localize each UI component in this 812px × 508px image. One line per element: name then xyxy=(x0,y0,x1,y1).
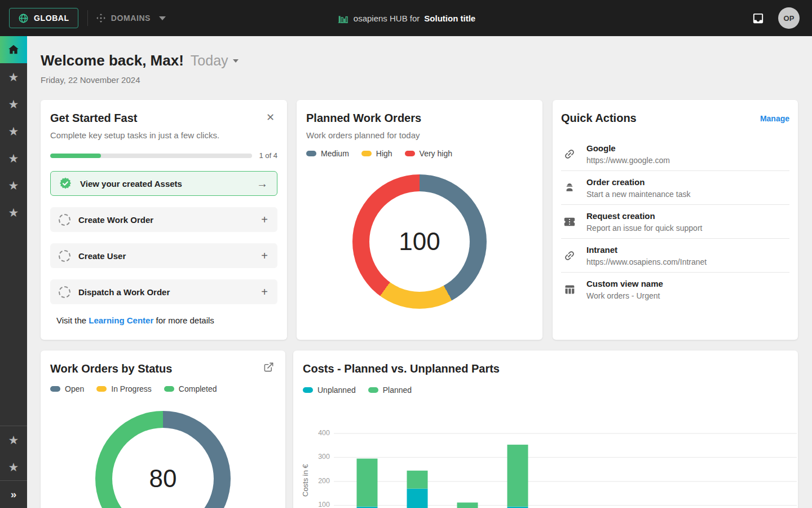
donut-total: 100 xyxy=(352,174,487,309)
legend-swatch xyxy=(361,151,372,156)
legend-label: Medium xyxy=(321,149,349,158)
quick-action-name: Order creation xyxy=(586,177,690,187)
engineer-icon xyxy=(563,182,576,194)
y-tick-label: 200 xyxy=(302,477,330,485)
period-selector[interactable]: Today xyxy=(191,52,239,69)
work-orders-status-donut-chart: 80 xyxy=(95,411,231,508)
check-badge-icon xyxy=(59,177,72,190)
bar-segment-planned xyxy=(508,445,528,507)
setup-task-pending[interactable]: Create Work Order+ xyxy=(50,207,277,232)
plus-icon: + xyxy=(261,213,268,226)
sidebar-item-favorite[interactable]: ★ xyxy=(0,63,27,90)
user-avatar[interactable]: OP xyxy=(778,7,800,29)
legend-item-planned: Planned xyxy=(368,386,412,395)
quick-action-item[interactable]: Intranethttps://www.osapiens.com/Intrane… xyxy=(561,239,789,273)
bar-segment-planned xyxy=(407,471,428,489)
chevron-double-right-icon: » xyxy=(11,488,17,501)
globe-icon xyxy=(18,13,29,24)
link-icon xyxy=(563,148,576,160)
legend-label: High xyxy=(376,149,392,158)
sidebar-item-favorite[interactable]: ★ xyxy=(0,144,27,172)
progress-fill xyxy=(50,154,101,158)
legend-item-completed: Completed xyxy=(164,384,217,393)
quick-action-item[interactable]: Googlehttps://www.google.com xyxy=(561,137,789,171)
quick-action-description: Report an issue for quick support xyxy=(586,224,702,233)
chart-legend: Unplanned Planned xyxy=(303,386,788,395)
sidebar-item-home[interactable] xyxy=(0,36,27,63)
setup-task-pending[interactable]: Dispatch a Work Order+ xyxy=(50,279,277,304)
sidebar-item-favorite[interactable]: ★ xyxy=(0,199,27,226)
learning-center-note: Visit the Learning Center for more detai… xyxy=(50,316,277,325)
card-subtitle: Work orders planned for today xyxy=(306,130,533,140)
sidebar-item-favorite[interactable]: ★ xyxy=(0,172,27,199)
legend-swatch xyxy=(96,386,107,392)
plus-icon: + xyxy=(261,286,268,299)
setup-task-completed[interactable]: View your created Assets→ xyxy=(50,171,277,196)
link-icon xyxy=(563,249,576,262)
quick-action-item[interactable]: Request creationReport an issue for quic… xyxy=(561,205,789,239)
note-prefix: Visit the xyxy=(56,316,89,325)
manage-link[interactable]: Manage xyxy=(760,114,789,123)
y-tick-label: 300 xyxy=(302,453,330,461)
global-scope-button[interactable]: GLOBAL xyxy=(9,8,78,28)
legend-label: Planned xyxy=(383,386,412,395)
sidebar-item-favorite[interactable]: ★ xyxy=(0,117,27,144)
y-axis-label: Costs in € xyxy=(301,435,310,508)
close-icon[interactable]: ✕ xyxy=(266,112,275,122)
task-label: Create User xyxy=(78,251,261,261)
task-label: Dispatch a Work Order xyxy=(78,287,261,297)
plus-icon: + xyxy=(261,249,268,262)
learning-center-link[interactable]: Learning Center xyxy=(89,316,153,325)
legend-item-very-high: Very high xyxy=(405,149,452,158)
domains-menu-button[interactable]: DOMAINS xyxy=(96,13,166,23)
welcome-header: Welcome back, Max! Today Friday, 22 Nove… xyxy=(41,52,239,85)
y-tick-label: 100 xyxy=(302,501,330,508)
card-title: Costs - Planned vs. Unplanned Parts xyxy=(303,362,788,375)
star-icon: ★ xyxy=(8,71,19,83)
sidebar-expand-button[interactable]: » xyxy=(0,481,27,508)
get-started-card: Get Started Fast ✕ Complete key setup ta… xyxy=(41,100,287,340)
chart-legend: Medium High Very high xyxy=(306,149,533,158)
costs-bar-chart xyxy=(334,430,797,508)
card-title: Work Orders by Status xyxy=(50,362,276,375)
star-icon: ★ xyxy=(8,152,19,164)
top-bar: GLOBAL DOMAINS osapiens HUB for Solution… xyxy=(0,0,812,36)
card-title: Get Started Fast xyxy=(50,112,277,125)
setup-task-list: View your created Assets→Create Work Ord… xyxy=(50,171,277,304)
progress-bar xyxy=(50,154,252,158)
pending-circle-icon xyxy=(59,250,70,262)
inbox-button[interactable] xyxy=(751,11,765,25)
domains-label: DOMAINS xyxy=(111,14,151,23)
legend-swatch xyxy=(164,386,174,392)
inbox-icon xyxy=(752,12,765,25)
note-suffix: for more details xyxy=(153,316,214,325)
quick-action-name: Custom view name xyxy=(586,279,663,288)
current-date: Friday, 22 November 2024 xyxy=(41,75,239,85)
quick-action-item[interactable]: Custom view nameWork orders - Urgent xyxy=(561,273,789,306)
sidebar-item-favorite[interactable]: ★ xyxy=(0,90,27,117)
arrow-right-icon: → xyxy=(257,177,268,190)
sidebar-item-favorite[interactable]: ★ xyxy=(0,426,27,453)
quick-action-description: https://www.google.com xyxy=(586,156,670,165)
card-title: Planned Work Orders xyxy=(306,112,533,125)
bar-segment-planned xyxy=(357,458,378,506)
card-title: Quick Actions xyxy=(561,112,637,125)
legend-swatch xyxy=(306,151,316,156)
star-icon: ★ xyxy=(8,179,19,191)
progress-label: 1 of 4 xyxy=(259,151,277,160)
star-icon: ★ xyxy=(8,434,19,446)
setup-task-pending[interactable]: Create User+ xyxy=(50,243,277,268)
legend-label: Unplanned xyxy=(317,386,356,395)
legend-label: In Progress xyxy=(111,384,152,393)
open-in-new-button[interactable] xyxy=(263,362,274,373)
pending-circle-icon xyxy=(59,214,70,226)
legend-item-medium: Medium xyxy=(306,149,349,158)
quick-action-name: Google xyxy=(586,143,670,153)
sidebar-nav: ★★★★★★★★» xyxy=(0,36,27,508)
quick-action-description: https://www.osapiens.com/Intranet xyxy=(586,257,707,266)
bar-segment-unplanned xyxy=(407,489,428,508)
chevron-down-icon xyxy=(233,59,239,63)
sidebar-item-favorite[interactable]: ★ xyxy=(0,453,27,480)
quick-action-item[interactable]: Order creationStart a new maintenance ta… xyxy=(561,171,789,205)
domains-icon xyxy=(96,13,106,23)
